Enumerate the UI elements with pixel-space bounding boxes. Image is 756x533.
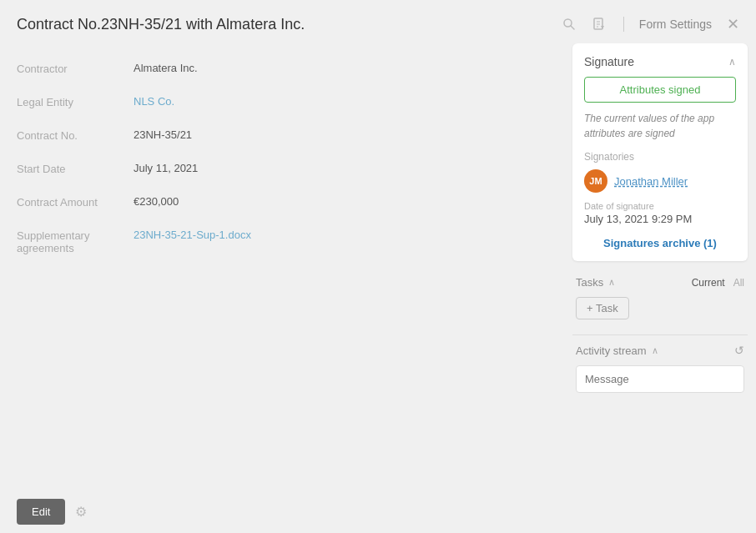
signatory-row: JM Jonathan Miller: [584, 169, 736, 193]
add-task-button[interactable]: + Task: [576, 297, 629, 319]
tasks-filter: Current All: [692, 277, 744, 289]
bottom-bar: Edit ⚙: [0, 490, 756, 533]
activity-title-group: Activity stream ∧: [576, 344, 658, 357]
field-row-start-date: Start Date July 11, 2021: [17, 152, 547, 185]
signatory-name[interactable]: Jonathan Miller: [614, 175, 688, 188]
value-contract-no: 23NH-35/21: [134, 128, 192, 141]
activity-chevron-icon[interactable]: ∧: [652, 345, 658, 356]
value-start-date: July 11, 2021: [134, 162, 198, 174]
label-contract-no: Contract No.: [17, 128, 134, 142]
value-supplementary[interactable]: 23NH-35-21-Sup-1.docx: [134, 229, 251, 241]
signature-title: Signature: [584, 55, 634, 68]
label-contractor: Contractor: [17, 62, 134, 75]
message-input[interactable]: [576, 365, 744, 393]
label-legal-entity: Legal Entity: [17, 95, 134, 108]
signature-description: The current values of the app attributes…: [584, 111, 736, 141]
label-contract-amount: Contract Amount: [17, 195, 134, 209]
field-row-supplementary: Supplementary agreements 23NH-35-21-Sup-…: [17, 219, 547, 264]
edit-button[interactable]: Edit: [17, 499, 65, 525]
header-divider: [623, 17, 624, 32]
header-icons: Form Settings ✕: [560, 15, 739, 33]
document-icon[interactable]: [590, 15, 608, 33]
main-content: Contractor Almatera Inc. Legal Entity NL…: [0, 43, 756, 490]
settings-icon[interactable]: ⚙: [75, 504, 87, 520]
field-row-contractor: Contractor Almatera Inc.: [17, 52, 547, 85]
field-row-contract-no: Contract No. 23NH-35/21: [17, 118, 547, 152]
activity-title: Activity stream: [576, 344, 647, 357]
value-legal-entity[interactable]: NLS Co.: [134, 95, 174, 108]
svg-line-1: [571, 26, 574, 29]
field-row-contract-amount: Contract Amount €230,000: [17, 185, 547, 219]
attributes-signed-button[interactable]: Attributes signed: [584, 77, 736, 103]
sidebar: Signature ∧ Attributes signed The curren…: [564, 43, 756, 490]
page-title: Contract No.23NH-35/21 with Almatera Inc…: [17, 16, 560, 33]
close-icon[interactable]: ✕: [727, 15, 739, 33]
form-settings-label: Form Settings: [639, 18, 712, 31]
signature-chevron-icon[interactable]: ∧: [728, 56, 736, 68]
date-value: July 13, 2021 9:29 PM: [584, 213, 736, 225]
signatories-label: Signatories: [584, 151, 736, 163]
signature-header: Signature ∧: [584, 55, 736, 68]
tasks-card: Tasks ∧ Current All + Task: [572, 268, 748, 328]
activity-header: Activity stream ∧ ↺: [576, 344, 744, 357]
date-label: Date of signature: [584, 201, 736, 211]
label-start-date: Start Date: [17, 162, 134, 175]
tasks-title: Tasks: [576, 276, 603, 289]
form-panel: Contractor Almatera Inc. Legal Entity NL…: [0, 43, 564, 490]
refresh-icon[interactable]: ↺: [734, 344, 744, 357]
archive-link[interactable]: Signatures archive (1): [584, 234, 736, 249]
tasks-chevron-icon[interactable]: ∧: [608, 277, 615, 288]
value-contractor: Almatera Inc.: [134, 62, 198, 74]
field-row-legal-entity: Legal Entity NLS Co.: [17, 85, 547, 118]
filter-all[interactable]: All: [733, 277, 744, 289]
label-supplementary: Supplementary agreements: [17, 229, 134, 254]
value-contract-amount: €230,000: [134, 195, 179, 208]
signature-card: Signature ∧ Attributes signed The curren…: [572, 43, 748, 261]
activity-card: Activity stream ∧ ↺: [572, 335, 748, 401]
tasks-header: Tasks ∧ Current All: [576, 276, 744, 289]
search-icon[interactable]: [560, 15, 578, 33]
tasks-title-group: Tasks ∧: [576, 276, 615, 289]
header: Contract No.23NH-35/21 with Almatera Inc…: [0, 0, 756, 43]
filter-current[interactable]: Current: [692, 277, 725, 289]
avatar: JM: [584, 169, 607, 193]
app-window: Contract No.23NH-35/21 with Almatera Inc…: [0, 0, 756, 533]
